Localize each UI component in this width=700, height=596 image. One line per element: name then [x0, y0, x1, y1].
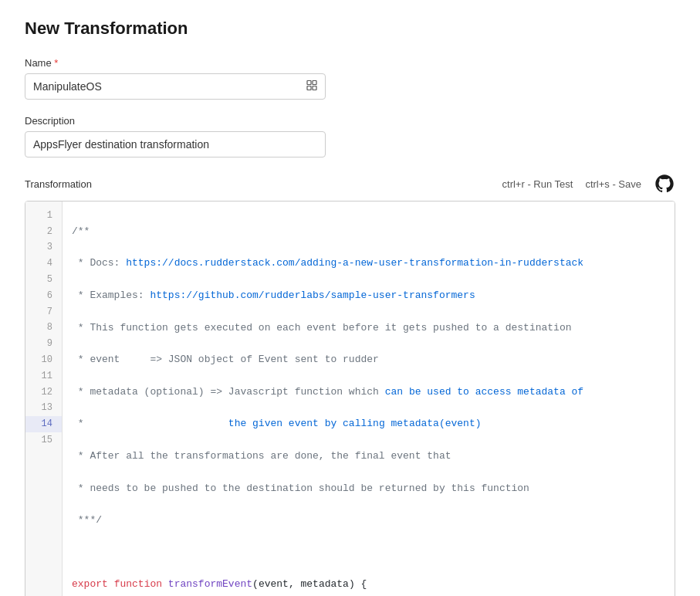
svg-rect-0: [307, 81, 311, 85]
line-number-12: 12: [25, 384, 62, 401]
svg-rect-2: [307, 86, 311, 90]
description-field-section: Description: [25, 115, 675, 157]
code-content[interactable]: /** * Docs: https://docs.rudderstack.com…: [63, 201, 675, 596]
line-number-4: 4: [25, 256, 62, 272]
code-line-5: * event => JSON object of Event sent to …: [72, 352, 665, 368]
run-test-hint[interactable]: ctrl+r - Run Test: [502, 178, 573, 190]
svg-rect-1: [313, 81, 316, 85]
line-number-13: 13: [25, 401, 62, 417]
line-numbers: 1 2 3 4 5 6 7 8 9 10 11 12 13 14 15: [25, 201, 63, 596]
line-number-8: 8: [25, 320, 62, 337]
description-label: Description: [25, 115, 675, 127]
line-number-15: 15: [25, 432, 62, 449]
line-number-5: 5: [25, 272, 62, 288]
code-editor[interactable]: 1 2 3 4 5 6 7 8 9 10 11 12 13 14 15 /** …: [25, 201, 675, 596]
name-field-wrapper: [25, 73, 326, 100]
description-input[interactable]: [25, 131, 326, 157]
name-field-section: Name *: [25, 57, 675, 115]
line-number-9: 9: [25, 336, 62, 352]
code-line-10: ***/: [72, 513, 665, 529]
required-indicator: *: [52, 57, 59, 69]
page-title: New Transformation: [25, 19, 675, 39]
code-line-6: * metadata (optional) => Javascript func…: [72, 384, 665, 401]
code-line-8: * After all the transformations are done…: [72, 449, 665, 465]
transformation-header: Transformation ctrl+r - Run Test ctrl+s …: [25, 173, 675, 195]
code-editor-container: 1 2 3 4 5 6 7 8 9 10 11 12 13 14 15 /** …: [25, 201, 675, 596]
name-edit-icon[interactable]: [306, 80, 318, 94]
line-number-6: 6: [25, 288, 62, 304]
line-number-14: 14: [25, 416, 62, 432]
svg-rect-3: [313, 86, 316, 90]
line-number-11: 11: [25, 368, 62, 384]
code-line-1: /**: [72, 224, 665, 240]
save-hint[interactable]: ctrl+s - Save: [585, 178, 641, 190]
line-number-2: 2: [25, 224, 62, 240]
transformation-label: Transformation: [25, 178, 92, 190]
code-line-2: * Docs: https://docs.rudderstack.com/add…: [72, 256, 665, 272]
code-line-11: [72, 545, 665, 561]
line-number-3: 3: [25, 240, 62, 256]
name-input[interactable]: [25, 73, 326, 100]
line-number-10: 10: [25, 352, 62, 368]
line-number-7: 7: [25, 304, 62, 320]
code-line-12: export function transformEvent(event, me…: [72, 577, 665, 593]
transformation-toolbar: ctrl+r - Run Test ctrl+s - Save: [502, 173, 675, 195]
code-line-9: * needs to be pushed to the destination …: [72, 481, 665, 497]
github-icon[interactable]: [654, 173, 675, 195]
name-label: Name *: [25, 57, 675, 69]
code-line-7: * the given event by calling metadata(ev…: [72, 416, 665, 432]
code-line-3: * Examples: https://github.com/rudderlab…: [72, 288, 665, 304]
code-line-4: * This function gets executed on each ev…: [72, 320, 665, 337]
line-number-1: 1: [25, 208, 62, 224]
